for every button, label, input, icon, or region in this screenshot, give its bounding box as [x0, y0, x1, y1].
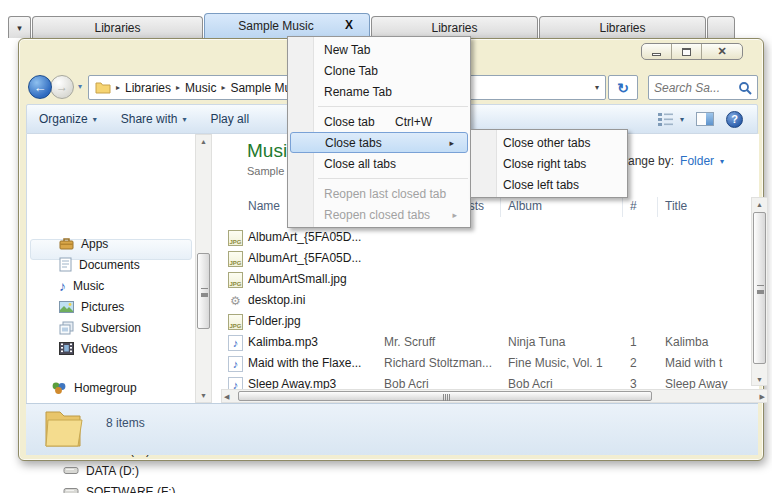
breadcrumb-sep-icon: ▸ [116, 83, 120, 92]
sidebar-scrollbar[interactable]: ▲ ▼ [195, 134, 212, 403]
menu-item-shortcut: Ctrl+W [395, 115, 432, 129]
menu-item-close-left-tabs[interactable]: Close left tabs [471, 174, 627, 195]
menu-item-reopen-last-closed-tab[interactable]: Reopen last closed tab [288, 183, 470, 204]
column-title[interactable]: Title [665, 199, 687, 213]
sidebar-item-label: Pictures [81, 300, 124, 314]
file-album: Fine Music, Vol. 1 [508, 356, 603, 370]
file-row[interactable]: ♪ Maid with the Flaxe... Richard Stoltzm… [212, 353, 751, 374]
file-row[interactable]: ⚙ desktop.ini [212, 290, 751, 311]
search-box[interactable] [648, 75, 758, 100]
sidebar-item-drive-f[interactable]: SOFTWARE (F:) [63, 481, 176, 493]
preview-pane-icon[interactable] [696, 112, 714, 126]
tab-list-dropdown-button[interactable]: ▾ [8, 16, 31, 38]
file-track-number: 1 [630, 335, 637, 349]
tab-libraries-3[interactable]: Libraries [539, 16, 706, 38]
menu-item-label: Reopen closed tabs [324, 208, 430, 222]
file-name: AlbumArt_{5FA05D... [248, 230, 361, 244]
tab-stub[interactable] [707, 16, 735, 38]
breadcrumb-item-music[interactable]: Music [185, 81, 216, 95]
refresh-button[interactable]: ↻ [608, 75, 638, 100]
minimize-button[interactable] [642, 44, 672, 59]
search-icon [738, 81, 752, 95]
play-all-button[interactable]: Play all [198, 105, 261, 133]
sidebar-item-label: Music [73, 279, 104, 293]
file-name: desktop.ini [248, 293, 305, 307]
scroll-up-icon[interactable]: ▲ [752, 201, 767, 208]
scroll-up-icon[interactable]: ▲ [196, 138, 211, 145]
file-artist: Richard Stoltzman... [384, 356, 492, 370]
scroll-left-icon[interactable]: ◀ [224, 393, 229, 401]
sidebar-item-music[interactable]: ♪ Music [59, 275, 104, 296]
chevron-down-icon: ▾ [182, 115, 186, 124]
column-name[interactable]: Name [248, 199, 280, 213]
sidebar-item-label: Subversion [81, 321, 141, 335]
sidebar-item-subversion[interactable]: Subversion [59, 317, 141, 338]
file-list-vertical-scrollbar[interactable]: ▲ ▼ [751, 197, 768, 386]
file-title: Kalimba [665, 335, 708, 349]
jpg-file-icon: JPG [228, 272, 243, 288]
column-number[interactable]: # [630, 199, 637, 213]
toolbar-right: ▾ ? [658, 111, 757, 128]
menu-item-close-tab[interactable]: Close tab Ctrl+W [288, 111, 470, 132]
address-dropdown-icon[interactable]: ▾ [595, 83, 599, 92]
tab-sample-music[interactable]: Sample Music X [204, 13, 370, 38]
menu-item-close-right-tabs[interactable]: Close right tabs [471, 153, 627, 174]
menu-item-close-tabs[interactable]: Close tabs ▸ [290, 132, 468, 153]
file-row[interactable]: JPG AlbumArt_{5FA05D... [212, 227, 751, 248]
tab-libraries-1[interactable]: Libraries [32, 16, 203, 38]
sidebar-item-videos[interactable]: Videos [59, 338, 117, 359]
recent-pages-dropdown[interactable]: ▾ [78, 82, 82, 91]
file-row[interactable]: ♪ Kalimba.mp3 Mr. Scruff Ninja Tuna 1 Ka… [212, 332, 751, 353]
scroll-down-icon[interactable]: ▼ [196, 392, 211, 399]
sidebar-item-label: SOFTWARE (F:) [86, 485, 176, 493]
sidebar-item-label: Videos [81, 342, 117, 356]
close-button[interactable]: ✕ [702, 44, 742, 59]
search-input[interactable] [654, 81, 738, 95]
scroll-down-icon[interactable]: ▼ [752, 376, 767, 383]
file-row[interactable]: JPG AlbumArt_{5FA05D... [212, 248, 751, 269]
share-with-button[interactable]: Share with ▾ [109, 105, 199, 133]
menu-item-reopen-closed-tabs[interactable]: Reopen closed tabs ▸ [288, 204, 470, 225]
sidebar-item-documents[interactable]: Documents [59, 254, 140, 275]
forward-button[interactable]: → [50, 75, 74, 99]
file-row[interactable]: JPG Folder.jpg [212, 311, 751, 332]
sidebar-item-apps[interactable]: Apps [59, 233, 108, 254]
help-button[interactable]: ? [726, 111, 743, 128]
menu-item-close-all-tabs[interactable]: Close all tabs [288, 153, 470, 174]
menu-item-close-other-tabs[interactable]: Close other tabs [471, 132, 627, 153]
organize-button[interactable]: Organize ▾ [27, 105, 109, 133]
arrange-by-control[interactable]: Arrange by: Folder ▾ [612, 154, 724, 168]
back-button[interactable]: ← [28, 75, 52, 99]
sidebar-item-drive-d[interactable]: DATA (D:) [63, 460, 139, 481]
arrange-by-value[interactable]: Folder [680, 154, 714, 168]
minimize-icon [652, 53, 661, 56]
scroll-right-icon[interactable]: ▶ [760, 393, 765, 401]
breadcrumb-item-libraries[interactable]: Libraries [125, 81, 171, 95]
chevron-down-icon: ▾ [720, 157, 724, 166]
horizontal-scrollbar-thumb[interactable] [238, 391, 652, 401]
maximize-button[interactable] [672, 44, 702, 59]
menu-item-label: Clone Tab [324, 64, 378, 78]
organize-label: Organize [39, 112, 88, 126]
menu-item-clone-tab[interactable]: Clone Tab [288, 60, 470, 81]
jpg-file-icon: JPG [228, 251, 243, 267]
menu-item-rename-tab[interactable]: Rename Tab [288, 81, 470, 102]
vertical-scrollbar-thumb[interactable] [753, 212, 766, 364]
music-note-icon: ♪ [228, 335, 243, 351]
tab-libraries-2[interactable]: Libraries [371, 16, 538, 38]
file-name: AlbumArt_{5FA05D... [248, 251, 361, 265]
change-view-button[interactable]: ▾ [658, 112, 684, 126]
file-row[interactable]: JPG AlbumArtSmall.jpg [212, 269, 751, 290]
close-tab-icon[interactable]: X [345, 18, 353, 32]
file-list-horizontal-scrollbar[interactable]: ◀ ▶ [221, 389, 768, 403]
share-with-label: Share with [121, 112, 178, 126]
menu-item-new-tab[interactable]: New Tab [288, 39, 470, 60]
file-name: AlbumArtSmall.jpg [248, 272, 347, 286]
sidebar-scrollbar-thumb[interactable] [197, 253, 210, 329]
menu-item-label: Close right tabs [503, 157, 586, 171]
sidebar-item-homegroup[interactable]: Homegroup [51, 377, 137, 398]
sidebar-item-pictures[interactable]: Pictures [59, 296, 124, 317]
jpg-file-icon: JPG [228, 314, 243, 330]
column-album[interactable]: Album [508, 199, 542, 213]
briefcase-icon [59, 237, 74, 250]
